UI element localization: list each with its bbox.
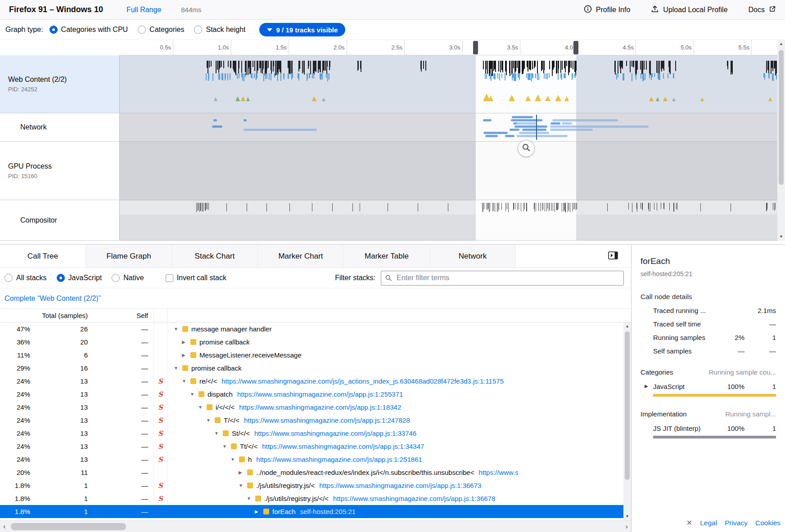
expander-right-icon[interactable]: ▶ [182,340,189,344]
expander-down-icon[interactable]: ▼ [214,431,222,436]
function-source-url[interactable]: https://www.smashingmagazine.com/js/app.… [333,495,495,502]
network-request-bar[interactable] [497,132,508,134]
table-row[interactable]: 1.8%1—S▼./js/utils/registry.js/<https://… [0,479,631,492]
table-row[interactable]: 24%13—S▼i/</</<https://www.smashingmagaz… [0,401,631,414]
tracks-visible-button[interactable]: 9 / 19 tracks visible [259,23,346,36]
function-source-url[interactable]: self-hosted:205:21 [300,508,356,515]
footer-link-privacy[interactable]: Privacy [725,519,748,527]
invert-call-stack-checkbox[interactable] [166,274,173,282]
scrollbar-thumb[interactable] [11,523,126,530]
track-canvas-web-content-2-2[interactable] [120,55,777,113]
expander-right-icon[interactable]: ▶ [239,470,246,475]
function-source-url[interactable]: https://www.smashingmagazine.com/js/app.… [254,429,416,437]
sidebar-toggle-button[interactable] [607,250,619,262]
network-request-bar[interactable] [550,125,649,128]
table-row[interactable]: 24%13—S▼Tt/</<https://www.smashingmagazi… [0,440,631,453]
radio-option-stack-height[interactable]: Stack height [194,26,245,34]
expander-down-icon[interactable]: ▼ [174,366,181,371]
network-request-bar[interactable] [213,119,217,121]
network-request-bar[interactable] [550,129,593,131]
tab-stack-chart[interactable]: Stack Chart [172,245,258,268]
expander-right-icon[interactable]: ▶ [255,509,262,514]
expander-down-icon[interactable]: ▼ [230,457,238,462]
horizontal-scrollbar[interactable]: ‹ › [0,520,631,532]
table-row[interactable]: 24%13—S▼dispatchhttps://www.smashingmaga… [0,388,631,401]
scroll-left-icon[interactable]: ‹ [3,523,6,530]
network-request-bar[interactable] [485,135,498,137]
expander-down-icon[interactable]: ▼ [198,405,206,410]
function-source-url[interactable]: https://www.smashingmagazine.com/js/app.… [319,482,481,489]
track-label-network[interactable]: Network [0,113,120,141]
footer-link-legal[interactable]: Legal [700,519,717,527]
table-row[interactable]: 24%13—S▼re/</<https://www.smashingmagazi… [0,375,631,388]
track-canvas-network[interactable] [120,113,777,141]
call-tree-scrollbar[interactable]: ▲ ▼ [623,322,631,520]
tab-marker-chart[interactable]: Marker Chart [258,245,344,268]
function-source-url[interactable]: https://www.smashingmagazine.com/js/app.… [244,416,410,424]
tab-marker-table[interactable]: Marker Table [344,245,430,268]
scroll-down-icon[interactable]: ▼ [623,513,631,520]
expander-down-icon[interactable]: ▼ [222,444,230,449]
expander-down-icon[interactable]: ▼ [182,379,189,384]
track-canvas-gpu-process[interactable] [120,142,777,200]
expander-down-icon[interactable]: ▼ [247,496,254,501]
scrollbar-thumb[interactable] [779,50,784,185]
column-header-self[interactable]: Self [92,312,153,319]
radio-option-all-stacks[interactable]: All stacks [5,274,47,282]
docs-link[interactable]: Docs [749,5,776,14]
radio-icon[interactable] [112,274,120,282]
radio-option-categories-with-cpu[interactable]: Categories with CPU [50,26,128,34]
radio-icon[interactable] [5,274,13,282]
network-request-bar[interactable] [510,129,519,131]
profile-info-button[interactable]: Profile Info [584,5,630,15]
timeline-ruler[interactable]: 0.5s1.0s1.5s2.0s2.5s3.0s3.5s4.0s4.5s5.0s… [120,40,777,55]
scroll-right-icon[interactable]: › [625,523,628,530]
track-label-web-content-2-2[interactable]: Web Content (2/2)PID: 24252 [0,55,120,113]
network-request-bar[interactable] [505,135,514,137]
expander-down-icon[interactable]: ▼ [190,392,198,397]
table-row[interactable]: 24%13—S▼hhttps://www.smashingmagazine.co… [0,453,631,466]
track-label-compositor[interactable]: Compositor [0,200,120,240]
network-request-bar[interactable] [244,129,317,131]
tab-flame-graph[interactable]: Flame Graph [86,245,172,268]
table-row[interactable]: 11%6—▶MessageListener.receiveMessage [0,349,631,362]
table-row[interactable]: 20%11—▶../node_modules/react-redux/es/in… [0,466,631,479]
column-header-total[interactable]: Total (samples) [0,312,92,319]
expander-right-icon[interactable]: ▶ [182,353,189,358]
function-source-url[interactable]: https://www.smashingmagazine.com/js/app.… [239,403,401,411]
network-request-bar[interactable] [514,125,547,128]
radio-option-javascript[interactable]: JavaScript [57,274,102,282]
filter-stacks-input[interactable] [381,271,624,286]
expander-down-icon[interactable]: ▼ [174,326,181,331]
table-row[interactable]: 1.8%1—S▼./js/utils/registry.js/</<https:… [0,492,631,505]
selection-handle-left[interactable] [473,41,478,54]
footer-link-cookies[interactable]: Cookies [755,519,780,527]
scroll-up-icon[interactable]: ▲ [777,40,785,48]
function-source-url[interactable]: https://www.smashingmagazine.com/js/app.… [237,390,403,398]
network-request-bar[interactable] [244,119,247,121]
track-canvas-compositor[interactable] [120,200,777,240]
track-label-gpu-process[interactable]: GPU ProcessPID: 15160 [0,142,120,200]
table-row[interactable]: 47%26—▼message manager handler [0,322,631,335]
network-request-bar[interactable] [512,116,533,118]
timeline-scrollbar[interactable]: ▲ ▼ [777,40,785,241]
network-request-bar[interactable] [516,122,537,125]
close-icon[interactable]: ✕ [686,519,692,527]
function-source-url[interactable]: https://www.smashingmagazine.com/js/js_a… [221,377,504,385]
scroll-down-icon[interactable]: ▼ [777,233,785,241]
network-request-bar[interactable] [483,119,492,121]
selection-handle-right[interactable] [573,41,578,54]
expander-right-icon[interactable]: ▶ [645,384,648,389]
radio-selected-icon[interactable] [50,26,58,34]
expander-down-icon[interactable]: ▼ [206,418,214,423]
zoom-selection-button[interactable] [518,140,535,157]
upload-local-profile-button[interactable]: Upload Local Profile [651,5,727,15]
radio-icon[interactable] [194,26,202,34]
expander-down-icon[interactable]: ▼ [239,483,246,488]
table-row[interactable]: 24%13—S▼T/</<https://www.smashingmagazin… [0,414,631,427]
function-source-url[interactable]: https://www.s [478,469,518,476]
network-request-bar[interactable] [552,119,618,121]
network-request-bar[interactable] [562,122,572,125]
table-row[interactable]: 1.8%1—▶forEachself-hosted:205:21 [0,505,631,518]
radio-option-native[interactable]: Native [112,274,144,282]
